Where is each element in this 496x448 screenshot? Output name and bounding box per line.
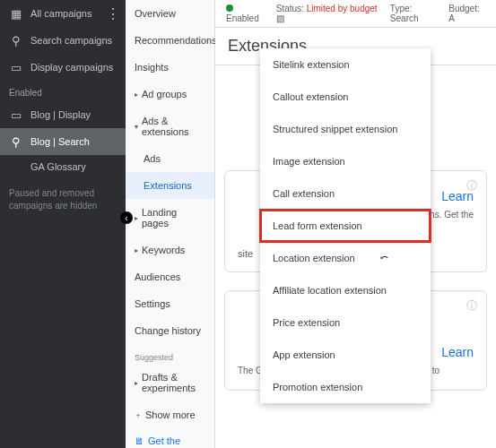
sidebar-hint: Paused and removed campaigns are hidden [0, 178, 126, 221]
opt-call[interactable]: Call extension [260, 177, 431, 210]
nav-overview[interactable]: Overview [126, 0, 214, 27]
chevron-right-icon: ▸ [135, 246, 138, 254]
info-icon[interactable]: ⓘ [466, 298, 477, 314]
cursor-icon: ⤺ [380, 252, 388, 263]
nav-insights[interactable]: Insights [126, 54, 214, 81]
search-icon: ⚲ [9, 33, 23, 47]
sidebar-blog-display[interactable]: ▭ Blog | Display [0, 101, 126, 128]
opt-price[interactable]: Price extension [260, 306, 431, 339]
type-field: Type: Search [390, 4, 439, 23]
sidebar-label: GA Glossary [30, 161, 86, 172]
nav-audiences[interactable]: Audiences [126, 263, 214, 290]
chart-icon[interactable]: ▧ [276, 13, 284, 23]
collapse-handle-icon[interactable]: ‹ [120, 211, 133, 224]
nav-settings[interactable]: Settings [126, 290, 214, 317]
get-the-link[interactable]: 🗎 Get the [135, 435, 180, 446]
learn-link[interactable]: Learn [441, 345, 474, 359]
display-icon: ▭ [9, 108, 23, 122]
nav-ads[interactable]: Ads [126, 145, 214, 172]
nav-keywords[interactable]: ▸Keywords [126, 237, 214, 263]
sidebar-search-campaigns[interactable]: ⚲ Search campaigns [0, 27, 126, 54]
budget-field: Budget: A [448, 4, 485, 23]
sidebar-label: Blog | Display [30, 109, 91, 120]
opt-image[interactable]: Image extension [260, 145, 431, 177]
more-menu-icon[interactable]: ⋮ [106, 5, 120, 22]
nav-ads-extensions[interactable]: ▾Ads & extensions [126, 108, 214, 145]
plus-icon: ＋ [135, 410, 142, 420]
opt-affiliate-location[interactable]: Affiliate location extension [260, 274, 431, 306]
sidebar-label: All campaigns [30, 8, 91, 19]
chevron-down-icon: ▾ [135, 123, 138, 131]
sidebar-label: Display campaigns [30, 62, 113, 73]
chevron-right-icon: ▸ [135, 379, 138, 387]
enabled-status: Enabled [226, 4, 267, 23]
nav-recommendations[interactable]: Recommendations [126, 27, 214, 54]
opt-location[interactable]: Location extension [260, 242, 431, 274]
chevron-right-icon: ▸ [135, 214, 138, 222]
opt-sitelink[interactable]: Sitelink extension [260, 48, 431, 81]
nav-change-history[interactable]: Change history [126, 317, 214, 344]
sidebar-label: Search campaigns [30, 35, 112, 46]
status-dot-icon [226, 4, 233, 12]
sidebar-label: Blog | Search [30, 136, 90, 147]
sidebar-ga-glossary[interactable]: GA Glossary [0, 155, 126, 178]
info-icon[interactable]: ⓘ [466, 178, 477, 194]
nav-extensions[interactable]: Extensions [126, 172, 214, 199]
search-icon: ⚲ [9, 134, 23, 149]
status-bar: Enabled Status: Limited by budget ▧ Type… [215, 0, 496, 28]
nav-drafts-experiments[interactable]: ▸Drafts & experiments [126, 364, 214, 401]
status-field: Status: Limited by budget ▧ [276, 4, 381, 23]
opt-app[interactable]: App extension [260, 339, 431, 371]
grid-icon: ▦ [9, 6, 23, 21]
chevron-right-icon: ▸ [135, 90, 138, 99]
sidebar-display-campaigns[interactable]: ▭ Display campaigns [0, 54, 126, 81]
sidebar-blog-search[interactable]: ⚲ Blog | Search [0, 128, 126, 155]
enabled-section-label: Enabled [0, 81, 126, 101]
nav-show-more[interactable]: ＋Show more [126, 401, 214, 428]
extension-type-dropdown: Sitelink extension Callout extension Str… [260, 48, 431, 403]
opt-lead-form[interactable]: Lead form extension [260, 210, 431, 242]
opt-structured-snippet[interactable]: Structured snippet extension [260, 113, 431, 145]
nav-ad-groups[interactable]: ▸Ad groups [126, 81, 214, 108]
nav-landing-pages[interactable]: ▸Landing pages [126, 199, 214, 237]
opt-callout[interactable]: Callout extension [260, 81, 431, 113]
opt-promotion[interactable]: Promotion extension [260, 371, 431, 403]
doc-icon: 🗎 [135, 435, 144, 446]
suggested-label: Suggested [126, 344, 214, 364]
display-icon: ▭ [9, 60, 23, 74]
